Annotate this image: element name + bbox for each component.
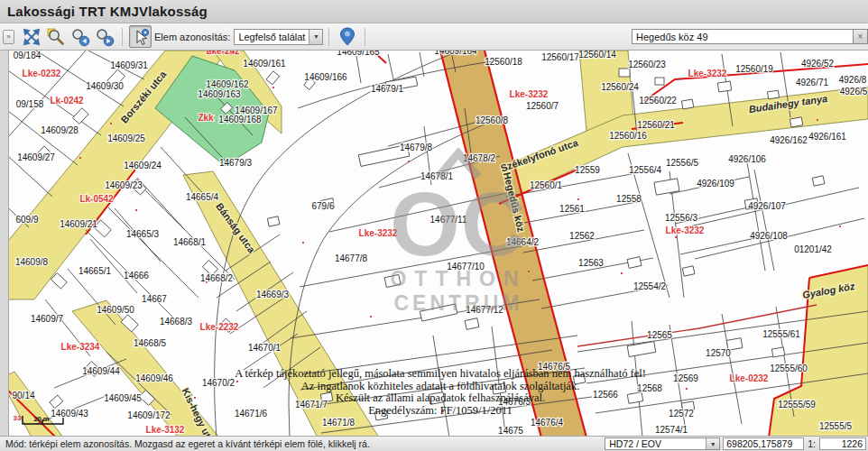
- parcel-number-label: 14609/23: [105, 180, 143, 190]
- identify-tool-button[interactable]: [129, 25, 152, 48]
- parcel-number-label: 01201/42: [794, 244, 832, 254]
- scale-bar-red-number: 33: [14, 414, 22, 422]
- parcel-number-label: 12562: [569, 231, 595, 241]
- parcel-number-label: 14609/21: [60, 219, 97, 229]
- chevron-down-icon: ▼: [706, 438, 719, 449]
- parcel-number-label: 14679/8: [400, 143, 433, 152]
- parcel-number-label: 14667: [142, 294, 167, 304]
- parcel-number-label: 14609/162: [206, 79, 249, 89]
- parcel-number-label: 14609/168: [218, 115, 262, 124]
- map-area: 09/18414609/3114609/3009/15814609/281460…: [0, 51, 868, 436]
- parcel-number-label: 12560/18: [485, 57, 522, 67]
- parcel-number-label: 14609/166: [304, 72, 347, 82]
- parcel-number-label: 14677/10: [447, 262, 485, 272]
- parcel-number-label: 12560/16: [609, 131, 647, 141]
- parcel-number-label: 12555/61: [762, 329, 800, 339]
- parcel-number-label: 14678/2: [463, 153, 496, 163]
- parcel-number-label: 4926/8: [839, 75, 867, 85]
- parcel-number-label: 12568: [637, 383, 662, 393]
- parcel-number-label: 14609/164: [434, 51, 477, 56]
- statusbar: Mód: térképi elem azonosítás. Mozgasd az…: [0, 436, 868, 451]
- map-application-window: Lakossági TRT KMJVlakosság »: [0, 0, 868, 451]
- parcel-number-label: 14677/11: [430, 215, 467, 225]
- parcel-number-label: 12555/5: [819, 421, 853, 431]
- sidebar-expand-button[interactable]: »: [3, 30, 14, 44]
- zoom-previous-button[interactable]: [69, 25, 91, 48]
- identify-mode-select[interactable]: Legfelső találat ▼: [234, 29, 323, 45]
- parcel-number-label: 14609/24: [124, 161, 162, 170]
- parcel-number-label: 14671/8: [322, 418, 356, 428]
- parcel-number-label: 14676/4: [531, 418, 564, 428]
- parcel-number-label: 12555/60: [770, 364, 808, 373]
- zone-code-label: Lke-3132: [146, 425, 185, 435]
- zone-code-label: Lk-0542: [79, 194, 114, 204]
- zoom-next-icon: [95, 27, 115, 47]
- parcel-number-label: 12554/2: [633, 281, 667, 291]
- parcel-number-label: 12556/4: [629, 165, 662, 175]
- parcel-number-label: 14678/1: [420, 171, 454, 181]
- parcel-number-label: 14609/28: [41, 125, 78, 135]
- toolbar-separator: [328, 28, 329, 46]
- status-mode-text: Mód: térképi elem azonosítás. Mozgasd az…: [0, 438, 375, 449]
- identify-cursor-icon: [131, 27, 151, 47]
- pan-tool-button[interactable]: [20, 25, 42, 48]
- parcel-number-label: 4926/108: [750, 231, 788, 241]
- parcel-number-label: 14670/2: [202, 378, 235, 388]
- parcel-number-label: 90/14: [12, 391, 34, 400]
- toolbar-separator: [365, 28, 365, 46]
- parcel-number-label: 4926/109: [697, 179, 734, 189]
- zone-code-label: Lk-0242: [50, 96, 84, 106]
- parcel-number-label: 14609/172: [127, 410, 171, 420]
- zone-code-label: Lke-242: [206, 51, 240, 56]
- parcel-number-label: 12569: [673, 373, 698, 383]
- toolbar-separator: [122, 28, 123, 46]
- parcel-number-label: 4926/107: [748, 201, 786, 211]
- parcel-number-label: 14670/1: [248, 343, 282, 353]
- parcel-number-label: 679/6: [311, 201, 334, 211]
- parcel-number-label: 12561: [559, 204, 585, 214]
- search-clear-button[interactable]: ×: [854, 29, 868, 44]
- parcel-number-label: 14676/5: [538, 362, 571, 372]
- parcel-number-label: 12556/5: [666, 158, 699, 168]
- parcel-number-label: 609/9: [15, 215, 38, 225]
- parcel-number-label: 14669/3: [256, 290, 290, 299]
- parcel-number-label: 14609/161: [243, 59, 286, 69]
- marker-pin-button[interactable]: [336, 25, 358, 48]
- parcel-number-label: 12559: [575, 165, 600, 175]
- parcel-number-label: 14664/2: [506, 237, 540, 247]
- scale-ratio-label: 1:: [808, 438, 816, 449]
- map-canvas[interactable]: 09/18414609/3114609/3009/15814609/281460…: [9, 51, 868, 436]
- zoom-box-tool-button[interactable]: [44, 25, 67, 48]
- zone-code-label: Lke-2232: [200, 322, 239, 332]
- parcel-number-label: 14609/30: [86, 81, 124, 91]
- parcel-number-label: 4926/161: [808, 132, 846, 142]
- projection-select[interactable]: HD72 / EOV ▼: [605, 437, 720, 450]
- parcel-number-label: 12560/1: [530, 180, 563, 190]
- parcel-number-label: 14675: [498, 426, 523, 436]
- search-input[interactable]: [632, 29, 854, 44]
- parcel-number-label: 14609/8: [15, 257, 49, 267]
- parcel-number-label: 12560/14: [578, 51, 616, 60]
- collapsed-panel-strip[interactable]: [0, 51, 9, 436]
- parcel-number-label: 12570: [706, 348, 731, 358]
- parcel-number-label: 14609/31: [110, 60, 148, 70]
- parcel-number-label: 14668/3: [160, 317, 193, 327]
- parcel-number-label: 14665/1: [78, 266, 112, 276]
- parcel-number-label: 12560/24: [601, 82, 639, 92]
- parcel-number-label: 12560/21: [637, 120, 675, 130]
- parcel-number-label: 12566: [593, 390, 618, 400]
- scale-input[interactable]: [819, 437, 866, 450]
- parcel-number-label: 4926/71: [796, 78, 829, 87]
- parcel-number-label: 12560/22: [639, 96, 677, 106]
- identify-mode-label: Elem azonosítás:: [154, 32, 230, 42]
- status-right-controls: HD72 / EOV ▼ 1:: [605, 437, 866, 450]
- parcel-number-label: 14609/43: [51, 409, 88, 419]
- parcel-number-label: 14609/27: [17, 152, 55, 162]
- parcel-number-label: 12555/59: [778, 400, 816, 410]
- zoom-next-button[interactable]: [93, 25, 115, 48]
- zone-code-label: Lke-0232: [23, 69, 61, 78]
- parcel-number-label: 14609/7: [31, 314, 64, 324]
- parcel-number-label: 09/184: [14, 51, 42, 60]
- coordinates-input[interactable]: [723, 437, 804, 450]
- parcel-number-label: 14668/1: [173, 237, 207, 247]
